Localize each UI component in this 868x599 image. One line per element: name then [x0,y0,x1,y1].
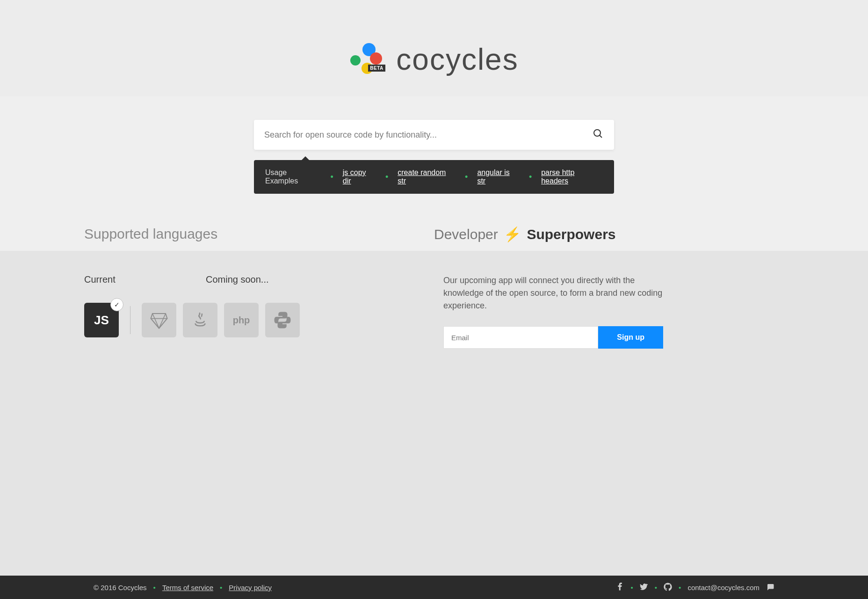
logo: BETA cocycles [349,42,518,77]
example-link[interactable]: create random str [398,168,456,185]
svg-point-0 [594,130,600,136]
facebook-icon[interactable] [616,583,624,592]
usage-examples-label: Usage Examples [265,168,321,185]
signup-form: Sign up [443,326,663,349]
languages-block: Current Coming soon... JS ✓ php [84,274,425,576]
superpowers-block: Our upcoming app will connect you direct… [443,274,784,576]
usage-examples: Usage Examples • js copy dir • create ra… [254,160,614,194]
check-icon: ✓ [110,298,123,311]
chat-icon[interactable] [766,583,774,592]
search-input[interactable] [264,130,570,140]
current-label: Current [84,274,131,285]
email-input[interactable] [443,326,598,349]
coming-soon-label: Coming soon... [206,274,269,285]
lang-tile-php: php [224,303,259,337]
lang-tile-java [183,303,217,337]
twitter-icon[interactable] [640,583,648,592]
search-section: Usage Examples • js copy dir • create ra… [0,96,868,217]
search-icon[interactable] [593,128,604,141]
svg-line-1 [600,135,602,138]
lang-tile-python [265,303,300,337]
logo-mark: BETA [349,43,387,76]
footer: © 2016 Cocycles• Terms of service • Priv… [0,576,868,599]
signup-button[interactable]: Sign up [598,326,663,349]
hero: BETA cocycles [0,0,868,96]
terms-link[interactable]: Terms of service [162,584,213,592]
search-bar[interactable] [254,120,614,150]
example-link[interactable]: js copy dir [343,168,376,185]
divider [130,306,130,334]
copyright: © 2016 Cocycles [94,584,147,592]
developer-superpowers-heading: Developer ⚡ Superpowers [434,226,784,242]
supported-languages-heading: Supported languages [84,226,434,242]
content-row: Current Coming soon... JS ✓ php Our upco [0,251,868,576]
example-link[interactable]: parse http headers [541,168,603,185]
example-link[interactable]: angular is str [477,168,519,185]
github-icon[interactable] [664,583,672,592]
bolt-icon: ⚡ [504,226,521,242]
contact-email[interactable]: contact@cocycles.com [687,584,760,592]
brand-name: cocycles [396,42,518,77]
beta-badge: BETA [368,65,385,72]
superpowers-description: Our upcoming app will connect you direct… [443,274,668,312]
lang-tile-ruby [142,303,176,337]
privacy-link[interactable]: Privacy policy [229,584,272,592]
section-headings: Supported languages Developer ⚡ Superpow… [0,217,868,251]
lang-tile-js[interactable]: JS ✓ [84,303,119,337]
